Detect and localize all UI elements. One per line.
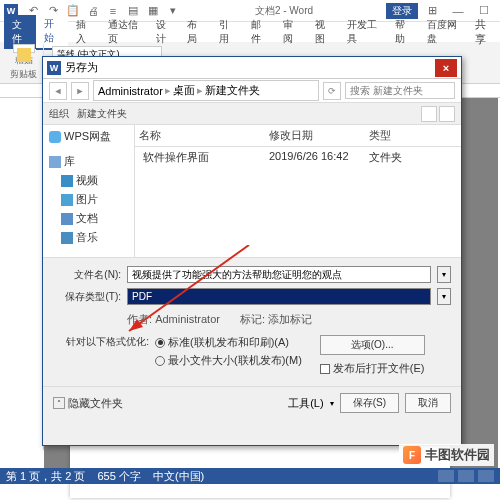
author-value[interactable]: Administrator — [155, 313, 220, 325]
tab-mail[interactable]: 邮件 — [243, 15, 275, 49]
dialog-title: 另存为 — [65, 60, 98, 75]
organize-button[interactable]: 组织 — [49, 107, 69, 121]
crumb-1: Administrator — [98, 85, 163, 97]
tab-view[interactable]: 视图 — [307, 15, 339, 49]
file-list: 名称 修改日期 类型 软件操作界面 2019/6/26 16:42 文件夹 — [135, 125, 461, 257]
file-row[interactable]: 软件操作界面 2019/6/26 16:42 文件夹 — [135, 147, 461, 168]
tree-wps[interactable]: WPS网盘 — [43, 127, 134, 146]
tree-doc[interactable]: 文档 — [43, 209, 134, 228]
dialog-app-icon: W — [47, 61, 61, 75]
tree-video[interactable]: 视频 — [43, 171, 134, 190]
tree-music[interactable]: 音乐 — [43, 228, 134, 247]
watermark: F 丰图软件园 — [399, 444, 494, 466]
col-date[interactable]: 修改日期 — [269, 128, 369, 143]
crumb-3: 新建文件夹 — [205, 83, 260, 98]
radio-minimum[interactable]: 最小文件大小(联机发布)(M) — [155, 353, 302, 368]
tags-value[interactable]: 添加标记 — [268, 313, 312, 325]
tree-computer[interactable]: 计算机 — [43, 253, 134, 257]
dialog-toolbar: 组织 新建文件夹 — [43, 103, 461, 125]
statusbar: 第 1 页，共 2 页 655 个字 中文(中国) — [0, 468, 500, 484]
cloud-icon — [49, 131, 61, 143]
tab-layout[interactable]: 布局 — [179, 15, 211, 49]
dialog-titlebar: W 另存为 × — [43, 57, 461, 79]
radio-on-icon — [155, 338, 165, 348]
sb-view3-icon[interactable] — [478, 470, 494, 482]
save-button[interactable]: 保存(S) — [340, 393, 399, 413]
cancel-button[interactable]: 取消 — [405, 393, 451, 413]
dialog-close-button[interactable]: × — [435, 59, 457, 77]
hide-folders-button[interactable]: ˄隐藏文件夹 — [53, 396, 123, 411]
ribbon-tabs: 文件 开始 插入 通达信页 设计 布局 引用 邮件 审阅 视图 开发工具 帮助 … — [0, 22, 500, 42]
metadata-row: 作者: Administrator 标记: 添加标记 — [53, 310, 451, 333]
folder-tree: WPS网盘 库 视频 图片 文档 音乐 计算机 WIN7 (C:) 软件 (D:… — [43, 125, 135, 257]
watermark-logo-icon: F — [403, 446, 421, 464]
checkbox-icon — [320, 364, 330, 374]
options-button[interactable]: 选项(O)... — [320, 335, 425, 355]
dialog-nav: ◄ ► Administrator▸ 桌面▸ 新建文件夹 ⟳ — [43, 79, 461, 103]
music-icon — [61, 232, 73, 244]
clipboard-group: 粘贴 剪贴板 — [4, 44, 44, 81]
radio-off-icon — [155, 356, 165, 366]
tools-button[interactable]: 工具(L) — [288, 396, 323, 411]
tab-references[interactable]: 引用 — [211, 15, 243, 49]
filename-label: 文件名(N): — [53, 268, 121, 282]
crumb-2: 桌面 — [173, 83, 195, 98]
library-icon — [49, 156, 61, 168]
options-area: 针对以下格式优化: 标准(联机发布和印刷)(A) 最小文件大小(联机发布)(M)… — [53, 333, 451, 378]
refresh-icon[interactable]: ⟳ — [323, 82, 341, 100]
picture-icon — [61, 194, 73, 206]
help-icon[interactable] — [439, 106, 455, 122]
tree-pic[interactable]: 图片 — [43, 190, 134, 209]
open-after-check[interactable]: 发布后打开文件(E) — [320, 361, 425, 376]
col-type[interactable]: 类型 — [369, 128, 419, 143]
watermark-text: 丰图软件园 — [425, 446, 490, 464]
view-icon[interactable] — [421, 106, 437, 122]
save-as-dialog: W 另存为 × ◄ ► Administrator▸ 桌面▸ 新建文件夹 ⟳ 组… — [42, 56, 462, 446]
col-name[interactable]: 名称 — [139, 128, 269, 143]
sb-page[interactable]: 第 1 页，共 2 页 — [6, 469, 85, 484]
dialog-body: WPS网盘 库 视频 图片 文档 音乐 计算机 WIN7 (C:) 软件 (D:… — [43, 125, 461, 257]
share-button[interactable]: 共享 — [467, 14, 501, 50]
optimize-label: 针对以下格式优化: — [53, 335, 149, 376]
sb-view1-icon[interactable] — [438, 470, 454, 482]
filename-input[interactable] — [127, 266, 431, 283]
search-input[interactable] — [345, 82, 455, 99]
document-icon — [61, 213, 73, 225]
computer-icon — [49, 257, 61, 258]
savetype-dd-icon[interactable]: ▾ — [437, 288, 451, 305]
tab-help[interactable]: 帮助 — [387, 15, 419, 49]
radio-standard[interactable]: 标准(联机发布和印刷)(A) — [155, 335, 302, 350]
tree-lib[interactable]: 库 — [43, 152, 134, 171]
sb-lang[interactable]: 中文(中国) — [153, 469, 204, 484]
savetype-select[interactable]: PDF — [127, 288, 431, 305]
author-label: 作者: — [127, 313, 152, 325]
file-list-header: 名称 修改日期 类型 — [135, 125, 461, 147]
filename-dd-icon[interactable]: ▾ — [437, 266, 451, 283]
tags-label: 标记: — [240, 313, 265, 325]
tab-baidu[interactable]: 百度网盘 — [419, 15, 467, 49]
tab-review[interactable]: 审阅 — [275, 15, 307, 49]
video-icon — [61, 175, 73, 187]
dialog-footer: ˄隐藏文件夹 工具(L)▾ 保存(S) 取消 — [43, 386, 461, 419]
nav-fwd-icon[interactable]: ► — [71, 82, 89, 100]
sb-words[interactable]: 655 个字 — [97, 469, 140, 484]
paste-icon[interactable] — [13, 44, 35, 53]
tab-dev[interactable]: 开发工具 — [339, 15, 387, 49]
nav-back-icon[interactable]: ◄ — [49, 82, 67, 100]
sb-view2-icon[interactable] — [458, 470, 474, 482]
chevron-up-icon: ˄ — [53, 397, 65, 409]
dialog-form: 文件名(N): ▾ 保存类型(T): PDF ▾ 作者: Administrat… — [43, 257, 461, 386]
newfolder-button[interactable]: 新建文件夹 — [77, 107, 127, 121]
savetype-label: 保存类型(T): — [53, 290, 121, 304]
breadcrumb[interactable]: Administrator▸ 桌面▸ 新建文件夹 — [93, 80, 319, 101]
close-icon: × — [443, 62, 449, 74]
clipboard-label: 剪贴板 — [10, 68, 37, 81]
